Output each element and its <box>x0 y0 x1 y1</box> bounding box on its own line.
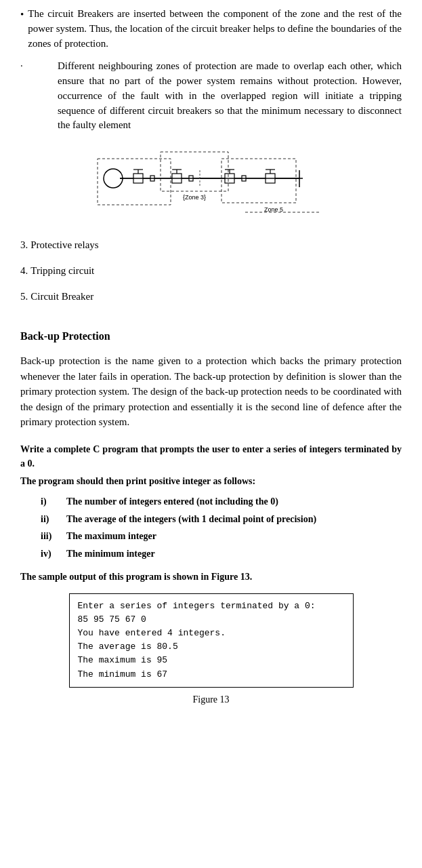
item5-text: 5. <box>20 290 28 304</box>
label-iv: iv) <box>41 547 61 561</box>
numbered-item-4: 4. Tripping circuit <box>20 264 402 279</box>
backup-heading: Back-up Protection <box>20 328 402 344</box>
question-item-iv: iv) The minimum integer <box>41 547 402 561</box>
text-iv: The minimum integer <box>66 547 155 561</box>
question-line1: Write a complete C program that prompts … <box>20 442 402 471</box>
text-i: The number of integers entered (not incl… <box>66 495 278 509</box>
item3-text: 3. <box>20 238 28 253</box>
svg-text:{Zone 3}: {Zone 3} <box>183 194 206 201</box>
bullet1-text: The circuit Breakers are inserted betwee… <box>28 7 402 51</box>
code-line-1: Enter a series of integers terminated by… <box>78 599 345 613</box>
item4-text: 4. <box>20 264 28 279</box>
code-line-4: The average is 80.5 <box>78 640 345 654</box>
question-item-i: i) The number of integers entered (not i… <box>41 495 402 509</box>
code-line-3: You have entered 4 integers. <box>78 627 345 640</box>
zone-diagram: {Zone 3} Zone 5 <box>96 146 326 218</box>
label-i: i) <box>41 495 61 509</box>
question-item-iii: iii) The maximum integer <box>41 530 402 543</box>
question-list: i) The number of integers entered (not i… <box>41 495 402 560</box>
diagram-container: {Zone 3} Zone 5 <box>20 146 402 218</box>
backup-section: Back-up Protection Back-up protection is… <box>20 328 402 430</box>
label-ii: ii) <box>41 513 61 526</box>
question-item-ii: ii) The average of the integers (with 1 … <box>41 513 402 526</box>
svg-point-6 <box>104 169 123 188</box>
code-line-6: The minimum is 67 <box>78 668 345 682</box>
numbered-section: 3. Protective relays 4. Tripping circuit… <box>20 238 402 304</box>
item3-label: Protective relays <box>30 238 98 253</box>
code-line-5: The maximum is 95 <box>78 654 345 667</box>
item4-label: Tripping circuit <box>30 264 94 279</box>
numbered-item-5: 5. Circuit Breaker <box>20 290 402 304</box>
question-line2: The program should then print positive i… <box>20 475 402 488</box>
bullet-symbol: • <box>20 7 24 51</box>
indent1-text: Different neighbouring zones of protecti… <box>58 59 402 133</box>
sample-output-section: The sample output of this program is sho… <box>20 570 402 707</box>
figure-caption: Figure 13 <box>192 693 229 707</box>
label-iii: iii) <box>41 530 61 543</box>
code-box-wrapper: Enter a series of integers terminated by… <box>20 593 402 707</box>
bullet-section-1: • The circuit Breakers are inserted betw… <box>20 7 402 51</box>
indent-spacer: · <box>20 59 58 133</box>
text-ii: The average of the integers (with 1 deci… <box>66 513 316 526</box>
code-box: Enter a series of integers terminated by… <box>69 593 354 688</box>
text-iii: The maximum integer <box>66 530 156 543</box>
svg-rect-3 <box>221 159 296 203</box>
question-section: Write a complete C program that prompts … <box>20 442 402 561</box>
numbered-item-3: 3. Protective relays <box>20 238 402 253</box>
code-line-2: 85 95 75 67 0 <box>78 613 345 627</box>
backup-text: Back-up protection is the name given to … <box>20 353 402 430</box>
sample-output-label: The sample output of this program is sho… <box>20 570 402 584</box>
svg-rect-0 <box>98 159 171 205</box>
item5-label: Circuit Breaker <box>30 290 93 304</box>
indent-section-1: · Different neighbouring zones of protec… <box>20 59 402 133</box>
